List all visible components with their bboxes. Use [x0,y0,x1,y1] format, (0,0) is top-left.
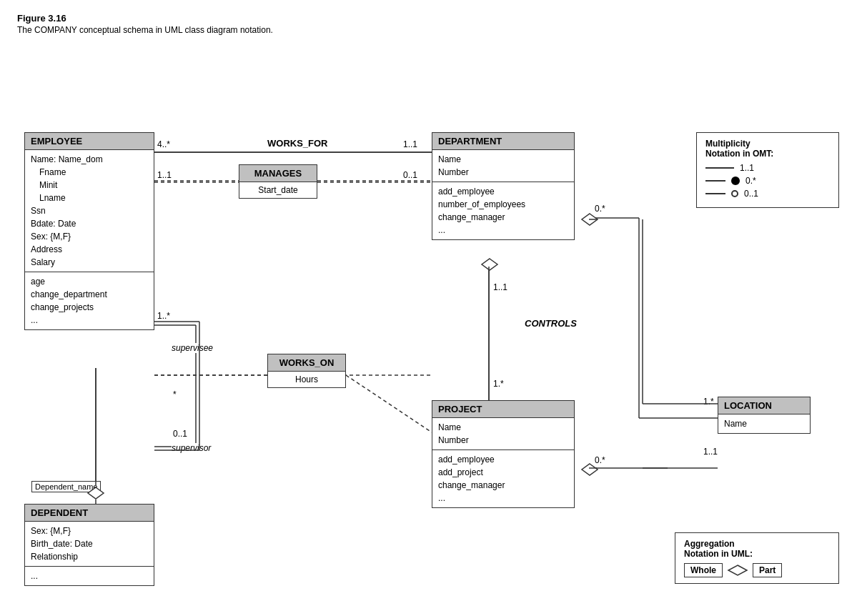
location-attributes: Name [718,414,810,433]
svg-line-29 [346,375,432,432]
page-container: Figure 3.16 The COMPANY conceptual schem… [0,0,862,616]
attr-lname: Lname [31,192,148,204]
mult-manages-emp: 1..1 [157,170,172,180]
dep2-attr-sex: Sex: {M,F} [31,525,148,537]
attr-address: Address [31,243,148,256]
location-class: LOCATION Name [718,397,811,434]
dep-proj-diamond [480,257,499,272]
emp-dep-diamond [86,486,105,500]
diagram-area: EMPLOYEE Name: Name_dom Fname Minit Lnam… [17,46,846,604]
proj-method-add-emp: add_employee [438,453,568,466]
svg-marker-19 [482,259,497,270]
notation-line-circle [705,193,725,194]
dep-method-chg-mgr: change_manager [438,211,568,224]
proj-method-add-proj: add_project [438,466,568,479]
attr-bdate: Bdate: Date [31,217,148,230]
agg-row: Whole Part [684,563,830,577]
notation-row-0-1: 0..1 [705,189,830,199]
attr-salary: Salary [31,256,148,269]
dep-attr-number: Number [438,166,568,179]
mult-proj-star: 1.* [493,379,504,389]
proj-attr-number: Number [438,434,568,447]
manages-section: Start_date [239,182,317,198]
proj-method-chg-mgr: change_manager [438,479,568,492]
supervisee-label: supervisee [172,343,213,353]
notation-line-solid [705,167,734,169]
dep-loc-diamond [580,212,599,227]
attr-ssn: Ssn [31,204,148,217]
mult-works-for-dep: 1..1 [403,139,417,149]
employee-methods: age change_department change_projects ..… [25,272,154,329]
dependent-class: DEPENDENT Sex: {M,F} Birth_date: Date Re… [24,504,154,586]
dep2-attr-rel: Relationship [31,550,148,563]
project-methods: add_employee add_project change_manager … [432,450,574,507]
svg-marker-17 [728,565,747,575]
agg-title: Aggregation Notation in UML: [684,539,830,559]
notation-row-0-star: 0.* [705,176,830,186]
proj-method-dots: ... [438,492,568,505]
dep2-attr-bdate: Birth_date: Date [31,537,148,550]
dependent-attributes: Sex: {M,F} Birth_date: Date Relationship [25,522,154,567]
method-dots: ... [31,314,148,327]
works-on-section: Hours [268,372,345,387]
dep-attr-name: Name [438,153,568,166]
project-class: PROJECT Name Number add_employee add_pro… [432,400,575,508]
manages-header: MANAGES [239,165,317,182]
employee-attributes: Name: Name_dom Fname Minit Lname Ssn Bda… [25,150,154,272]
attr-sex: Sex: {M,F} [31,230,148,243]
method-change-proj: change_projects [31,301,148,314]
dep-method-add-emp: add_employee [438,185,568,198]
attr-name: Name: Name_dom [31,153,148,166]
mult-loc-proj-star: 1.* [703,397,714,407]
notation-label-0-1: 0..1 [744,189,758,199]
loc-attr-name: Name [724,417,804,430]
notation-title1: Multiplicity Notation in OMT: [705,139,830,159]
mult-supervises-many: 1..* [157,311,170,321]
mult-supervises-star: * [173,389,177,399]
dependent-header: DEPENDENT [25,505,154,522]
proj-attr-name: Name [438,421,568,434]
dep-method-dots: ... [438,224,568,237]
method-change-dept: change_department [31,288,148,301]
proj-loc-diamond [580,462,599,477]
svg-marker-21 [582,214,598,225]
controls-label: CONTROLS [525,318,577,329]
department-class: DEPARTMENT Name Number add_employee numb… [432,132,575,240]
dep-method-num-emp: number_of_employees [438,198,568,211]
mult-manages-dep: 0..1 [403,170,417,180]
department-attributes: Name Number [432,150,574,182]
svg-marker-20 [582,464,598,475]
project-attributes: Name Number [432,418,574,450]
multiplicity-notation-box: Multiplicity Notation in OMT: 1..1 0.* [696,132,839,208]
method-age: age [31,275,148,288]
mult-dep-controls-proj: 1..1 [493,282,507,292]
notation-open-circle [731,190,738,197]
attr-minit: Minit [31,179,148,192]
notation-filled-dot [731,177,740,185]
works-for-label: WORKS_FOR [267,138,328,149]
manages-box: MANAGES Start_date [239,164,317,199]
location-header: LOCATION [718,397,810,414]
figure-title: Figure 3.16 [17,13,845,24]
dependent-methods: ... [25,567,154,585]
aggregation-notation-box: Aggregation Notation in UML: Whole Part [675,532,839,584]
agg-diamond-svg [727,564,748,577]
notation-row-1-1: 1..1 [705,163,830,173]
project-header: PROJECT [432,401,574,418]
mult-loc-dep: 1..1 [703,447,718,457]
agg-whole-box: Whole [684,563,723,577]
agg-part-box: Part [753,563,782,577]
mult-supervises-zero: 0..1 [173,429,187,439]
employee-class: EMPLOYEE Name: Name_dom Fname Minit Lnam… [24,132,154,330]
dep2-method-dots: ... [31,570,148,582]
supervisor-label: supervisor [172,443,211,453]
works-on-box: WORKS_ON Hours [267,354,346,388]
works-on-header: WORKS_ON [268,354,345,372]
svg-marker-18 [88,487,104,499]
figure-caption: The COMPANY conceptual schema in UML cla… [17,25,845,35]
department-methods: add_employee number_of_employees change_… [432,182,574,239]
employee-header: EMPLOYEE [25,133,154,150]
attr-fname: Fname [31,166,148,179]
notation-line-dot [705,180,725,182]
department-header: DEPARTMENT [432,133,574,150]
